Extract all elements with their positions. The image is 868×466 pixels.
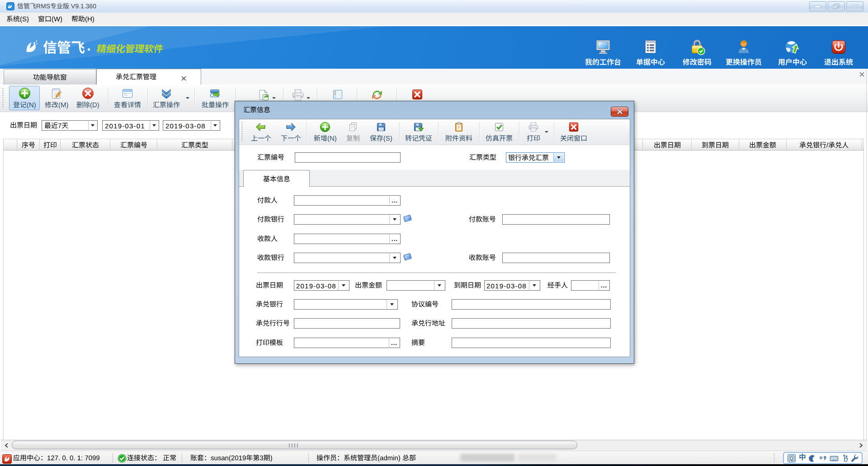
svg-text:Q: Q — [790, 456, 793, 461]
